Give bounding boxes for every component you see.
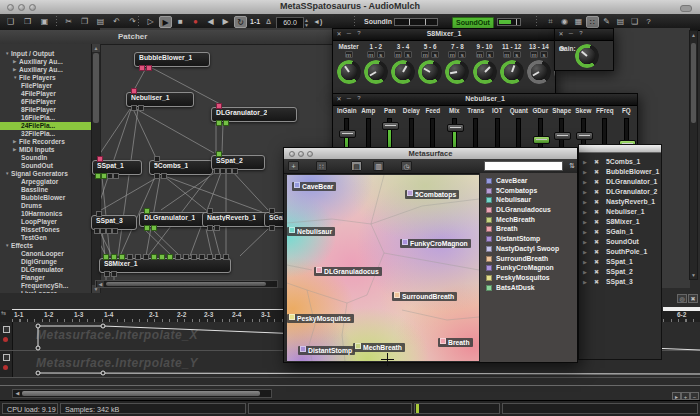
- slider-handle[interactable]: [447, 124, 464, 132]
- tree-item-frequencysh[interactable]: FrequencySh...: [0, 282, 100, 290]
- play-cursor-button[interactable]: ▸: [672, 392, 681, 400]
- input-port[interactable]: [207, 208, 213, 214]
- snapshot-list-item-cavebear[interactable]: CaveBear: [480, 176, 577, 186]
- snapshot-list-item-nastydactyl-swoop[interactable]: NastyDactyl Swoop: [480, 244, 577, 254]
- output-port[interactable]: [138, 105, 144, 111]
- mixer-titlebar[interactable]: ✕ ─ ? S8Mixer_1: [333, 29, 555, 41]
- remove-icon[interactable]: ✖: [594, 217, 599, 227]
- input-port[interactable]: [199, 254, 205, 260]
- remove-icon[interactable]: ✖: [594, 277, 599, 287]
- tree-collapsed-icon[interactable]: ▶: [583, 167, 587, 177]
- solo-button[interactable]: s: [486, 51, 494, 58]
- tree-collapsed-icon[interactable]: ▶: [583, 207, 587, 217]
- play-button[interactable]: ▶: [159, 16, 172, 28]
- input-port[interactable]: [143, 254, 149, 260]
- tree-item-loopplayer[interactable]: LoopPlayer: [0, 218, 100, 226]
- properties-button[interactable]: ▤: [614, 16, 627, 28]
- snapshot-list-item-distantstomp[interactable]: DistantStomp: [480, 234, 577, 244]
- tree-item-testgen[interactable]: TestGen: [0, 234, 100, 242]
- timer-button[interactable]: ◷: [401, 161, 412, 171]
- snapshot-list-item-nebulisaur[interactable]: Nebulisaur: [480, 195, 577, 205]
- input-port[interactable]: [131, 88, 137, 94]
- contraption-item-sspat-1[interactable]: ▶✖SSpat_1: [579, 257, 661, 267]
- channel-knob[interactable]: [447, 62, 467, 82]
- tree-item-soundin[interactable]: SoundIn: [0, 154, 100, 162]
- contraption-item-dlgranulator-2[interactable]: ▶✖DLGranulator_2: [579, 187, 661, 197]
- node-sspat-1[interactable]: SSpat_1: [92, 160, 142, 175]
- mute-button[interactable]: m: [421, 51, 429, 58]
- tree-item-auxiliary-au[interactable]: ▶Auxiliary Au...: [0, 66, 100, 74]
- input-port[interactable]: [111, 254, 117, 260]
- tree-collapsed-icon[interactable]: ▶: [583, 237, 587, 247]
- tree-item-auxiliary-au[interactable]: ▶Auxiliary Au...: [0, 58, 100, 66]
- gain-mute-button[interactable]: m: [559, 45, 608, 52]
- output-port[interactable]: [216, 120, 222, 126]
- tree-item-bassline[interactable]: Bassline: [0, 186, 100, 194]
- mute-button[interactable]: m: [448, 51, 456, 58]
- remove-icon[interactable]: ✖: [594, 177, 599, 187]
- new-file-button[interactable]: ❑: [4, 16, 17, 28]
- input-port[interactable]: [159, 254, 165, 260]
- output-port[interactable]: [146, 65, 152, 71]
- snapshot-funkycromagnon[interactable]: FunkyCroMagnon: [400, 239, 471, 248]
- tree-item-drums[interactable]: Drums: [0, 202, 100, 210]
- metasurface-map[interactable]: CaveBear5CombatopsNebulisaurFunkyCroMagn…: [287, 175, 479, 361]
- tree-collapsed-icon[interactable]: ▶: [583, 247, 587, 257]
- tree-item-input-output[interactable]: ▼Input / Output: [0, 50, 100, 58]
- snapshot-surroundbreath[interactable]: SurroundBreath: [392, 292, 457, 301]
- tree-collapsed-icon[interactable]: ▶: [583, 197, 587, 207]
- input-port[interactable]: [216, 151, 222, 157]
- sound-in-meter[interactable]: [394, 18, 438, 26]
- timeline-hscrollbar[interactable]: ◀: [12, 389, 272, 398]
- tree-item-4fileplayer[interactable]: 4FilePlayer: [0, 90, 100, 98]
- remove-icon[interactable]: ✖: [594, 247, 599, 257]
- tree-collapsed-icon[interactable]: ▶: [583, 177, 587, 187]
- output-port[interactable]: [269, 225, 275, 231]
- input-port[interactable]: [97, 156, 103, 162]
- remove-icon[interactable]: ✖: [594, 207, 599, 217]
- snapshot-dlgranuladocus[interactable]: DLGranuladocus: [314, 267, 382, 276]
- contraption-item-sgain-1[interactable]: ▶✖SGain_1: [579, 227, 661, 237]
- tree-item-flanger[interactable]: Flanger: [0, 274, 100, 282]
- input-port[interactable]: [269, 208, 275, 214]
- slider-handle[interactable]: [339, 130, 356, 138]
- node-sspat-2[interactable]: SSpat_2: [211, 155, 265, 170]
- tree-collapsed-icon[interactable]: ▶: [583, 277, 587, 287]
- zoom-out-button[interactable]: −: [690, 392, 699, 400]
- input-port[interactable]: [151, 254, 157, 260]
- tree-item-32filepla[interactable]: 32FilePla...: [0, 130, 100, 138]
- scrollbar-thumb[interactable]: [22, 391, 260, 396]
- slider-handle[interactable]: [576, 132, 593, 140]
- mute-button[interactable]: m: [367, 51, 375, 58]
- toolbar-toggle-pill[interactable]: [680, 5, 692, 12]
- channel-knob[interactable]: [502, 62, 522, 82]
- remove-icon[interactable]: ✖: [594, 187, 599, 197]
- input-port[interactable]: [103, 254, 109, 260]
- output-port[interactable]: [223, 120, 229, 126]
- scroll-up-icon[interactable]: ▲: [92, 44, 100, 52]
- record-button[interactable]: ●: [189, 16, 202, 28]
- patcher-hscrollbar[interactable]: ◀: [95, 280, 278, 288]
- tree-collapsed-icon[interactable]: ▶: [583, 157, 587, 167]
- input-port[interactable]: [183, 254, 189, 260]
- mute-button[interactable]: m: [530, 51, 538, 58]
- output-port[interactable]: [113, 173, 119, 179]
- mute-button[interactable]: m: [345, 51, 353, 58]
- tree-collapsed-icon[interactable]: ▶: [583, 227, 587, 237]
- mixer-window-button[interactable]: ▦: [572, 16, 585, 28]
- snapshot-list-item-funkycromagnon[interactable]: FunkyCroMagnon: [480, 263, 577, 273]
- contraption-item-sspat-3[interactable]: ▶✖SSpat_3: [579, 277, 661, 287]
- remove-icon[interactable]: ✖: [594, 167, 599, 177]
- cut-button[interactable]: ✂: [62, 16, 75, 28]
- tree-item-bubbleblower[interactable]: BubbleBlower: [0, 194, 100, 202]
- list-view-button[interactable]: ▤: [351, 161, 362, 171]
- panel-header-bar[interactable]: [579, 145, 661, 153]
- snapshot-list-item-breath[interactable]: Breath: [480, 224, 577, 234]
- scroll-left-icon[interactable]: ◀: [14, 390, 21, 397]
- input-port[interactable]: [223, 254, 229, 260]
- gain-titlebar[interactable]: ✕ ─ ?: [555, 29, 613, 41]
- interpolation-cursor[interactable]: [381, 353, 394, 366]
- scrollbar-thumb[interactable]: [106, 282, 266, 286]
- play-from-start-button[interactable]: ▷: [144, 16, 157, 28]
- tree-item-canonlooper[interactable]: CanonLooper: [0, 250, 100, 258]
